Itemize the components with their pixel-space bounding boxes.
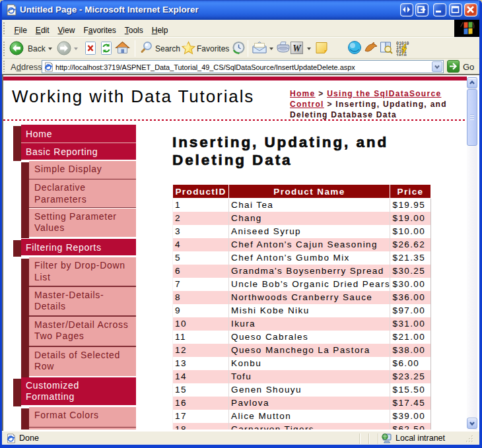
svg-text:W: W [293, 44, 302, 53]
svg-text:1010: 1010 [396, 53, 407, 56]
